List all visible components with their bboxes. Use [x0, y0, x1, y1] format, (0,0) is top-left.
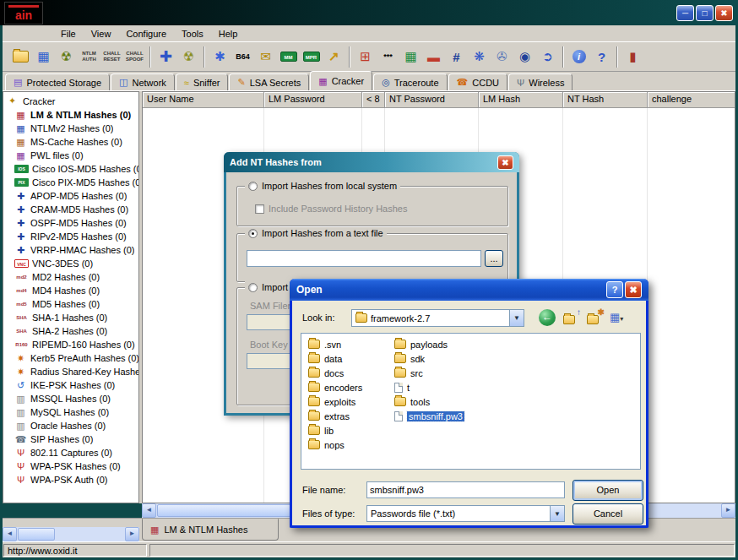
col-lm-password[interactable]: LM Password [264, 92, 362, 108]
tree-item-md4[interactable]: md4MD4 Hashes (0) [3, 284, 138, 297]
tree-item-80211[interactable]: Ψ802.11 Captures (0) [3, 446, 138, 459]
mail-password-icon[interactable]: ✉ [254, 46, 277, 68]
tree-item-md2[interactable]: md2MD2 Hashes (0) [3, 270, 138, 284]
view-menu-button[interactable]: ▦▾ [610, 311, 623, 323]
file-list[interactable]: .svn data docs encoders exploits extras … [301, 333, 641, 470]
text-file-path-input[interactable] [247, 250, 481, 267]
tree-item-sip[interactable]: ☎SIP Hashes (0) [3, 432, 138, 446]
tab-network[interactable]: ◫Network [111, 73, 175, 90]
tree-item-cisco-ios[interactable]: IOSCisco IOS-MD5 Hashes (0) [3, 162, 138, 176]
tree-h-scrollbar[interactable]: ◄ ► [3, 527, 139, 541]
network-adapter-icon[interactable]: ▦ [32, 46, 55, 68]
menu-configure[interactable]: Configure [118, 27, 174, 41]
tree-item-vrrp[interactable]: ✚VRRP-HMAC Hashes (0) [3, 243, 138, 257]
rsa-token-icon[interactable]: ❋ [468, 46, 491, 68]
tree-item-mssql[interactable]: ▥MSSQL Hashes (0) [3, 392, 138, 405]
check-password-history[interactable]: Include Password History Hashes [252, 203, 410, 215]
mpr-decoder-icon[interactable]: MPR [300, 46, 323, 68]
menu-view[interactable]: View [84, 27, 119, 41]
checkbox-square[interactable] [255, 204, 264, 214]
col-lt8[interactable]: < 8 [362, 92, 385, 108]
scroll-left-arrow[interactable]: ◄ [3, 527, 17, 541]
radio-import-local[interactable]: Import Hashes from local system [245, 180, 400, 192]
folder-item[interactable]: tools [394, 394, 464, 409]
tree-item-apop[interactable]: ✚APOP-MD5 Hashes (0) [3, 189, 138, 203]
tree-item-sha1[interactable]: SHASHA-1 Hashes (0) [3, 311, 138, 324]
tree-item-lm-ntlm[interactable]: ▦LM & NTLM Hashes (0) [3, 108, 138, 122]
folder-item[interactable]: exploits [308, 394, 362, 409]
folder-item[interactable]: lib [308, 423, 362, 438]
tree-item-mysql[interactable]: ▥MySQL Hashes (0) [3, 405, 138, 419]
scroll-left-arrow[interactable]: ◄ [142, 503, 156, 518]
tab-cracker[interactable]: ▦Cracker [310, 71, 372, 90]
col-challenge[interactable]: challenge [648, 92, 735, 108]
back-button[interactable]: ← [539, 309, 556, 326]
tree-item-cram[interactable]: ✚CRAM-MD5 Hashes (0) [3, 203, 138, 216]
folder-item[interactable]: extras [308, 409, 362, 423]
wireless-scanner-icon[interactable]: ◉ [513, 46, 536, 68]
tree-item-ms-cache[interactable]: ▦MS-Cache Hashes (0) [3, 135, 138, 149]
up-one-level-button[interactable]: ↑ [562, 309, 581, 326]
browse-button[interactable]: ... [485, 250, 503, 267]
tree-item-sha2[interactable]: SHASHA-2 Hashes (0) [3, 324, 138, 338]
add-dialog-close-button[interactable]: ✖ [497, 155, 513, 170]
maximize-button[interactable]: □ [696, 5, 714, 21]
folder-item[interactable]: encoders [308, 380, 362, 394]
open-dialog-close-button[interactable]: ✖ [625, 281, 642, 298]
base64-icon[interactable]: B64 [231, 46, 254, 68]
tree-item-oracle[interactable]: ▥Oracle Hashes (0) [3, 419, 138, 432]
col-lm-hash[interactable]: LM Hash [479, 92, 563, 108]
tab-protected-storage[interactable]: ▤Protected Storage [5, 73, 110, 90]
folder-item[interactable]: nops [308, 438, 362, 452]
tree-item-cisco-pix[interactable]: PIXCisco PIX-MD5 Hashes (0) [3, 176, 138, 189]
tab-lsa-secrets[interactable]: ✎LSA Secrets [229, 73, 309, 90]
hash-calculator-icon[interactable]: # [445, 46, 468, 68]
close-button[interactable]: ✖ [715, 5, 733, 21]
minimize-button[interactable]: ─ [676, 5, 694, 21]
info-icon[interactable]: i [567, 46, 590, 68]
chevron-down-icon[interactable]: ▼ [550, 506, 564, 521]
exit-icon[interactable]: ▮ [621, 46, 644, 68]
help-button[interactable]: ? [606, 281, 623, 298]
sniffer-start-icon[interactable]: ☢ [55, 46, 78, 68]
tree-root-cracker[interactable]: ✦Cracker [3, 94, 138, 108]
decoders-icon[interactable]: ✱ [209, 46, 231, 68]
tree-item-ripemd160[interactable]: R160RIPEMD-160 Hashes (0) [3, 338, 138, 351]
cd-rom-icon[interactable]: ✇ [491, 46, 513, 68]
files-of-type-select[interactable]: Passwords file (*.txt) ▼ [366, 505, 565, 522]
menu-file[interactable]: File [53, 27, 84, 41]
file-name-input[interactable] [366, 481, 565, 498]
tree-item-vnc[interactable]: VNCVNC-3DES (0) [3, 257, 138, 270]
cancel-button[interactable]: Cancel [572, 503, 643, 525]
tree-item-ike-psk[interactable]: ↺IKE-PSK Hashes (0) [3, 378, 138, 392]
key-extract-icon[interactable]: ↗ [323, 46, 345, 68]
mm-decoder-icon[interactable]: MM [277, 46, 300, 68]
tree-item-kerb5[interactable]: ✷Kerb5 PreAuth Hashes (0) [3, 351, 138, 365]
tree-item-radius[interactable]: ✷Radius Shared-Key Hashes (0) [3, 365, 138, 378]
challenge-reset-icon[interactable]: CHALLRESET [100, 46, 123, 68]
password-reveal-icon[interactable]: *** [377, 46, 399, 68]
tab-traceroute[interactable]: ◎Traceroute [373, 73, 447, 90]
chevron-down-icon[interactable]: ▼ [509, 310, 524, 326]
add-to-list-icon[interactable]: ✚ [155, 46, 177, 68]
tree-item-ntlmv2[interactable]: ▦NTLMv2 Hashes (0) [3, 122, 138, 135]
scroll-thumb[interactable] [18, 528, 55, 541]
tab-ccdu[interactable]: ☎CCDU [448, 73, 507, 90]
folder-item[interactable]: sdk [394, 351, 464, 366]
scroll-right-arrow[interactable]: ► [125, 527, 139, 541]
ntlm-auth-icon[interactable]: NTLMAUTH [78, 46, 100, 68]
apr-start-icon[interactable]: ☢ [177, 46, 200, 68]
tab-wireless[interactable]: ΨWireless [508, 73, 572, 90]
radio-circle-selected[interactable] [248, 229, 258, 238]
export-icon[interactable]: ➲ [536, 46, 559, 68]
folder-item[interactable]: src [394, 366, 464, 380]
remote-desktop-icon[interactable]: ▦ [399, 46, 422, 68]
col-nt-hash[interactable]: NT Hash [563, 92, 648, 108]
menu-tools[interactable]: Tools [174, 27, 211, 41]
tree-item-wpa-psk-auth[interactable]: ΨWPA-PSK Auth (0) [3, 473, 138, 487]
new-folder-button[interactable]: ✱ [586, 309, 605, 326]
tree-item-ospf[interactable]: ✚OSPF-MD5 Hashes (0) [3, 216, 138, 230]
help-icon[interactable]: ? [590, 46, 613, 68]
folder-item[interactable]: .svn [308, 337, 362, 351]
radio-circle[interactable] [248, 182, 258, 191]
